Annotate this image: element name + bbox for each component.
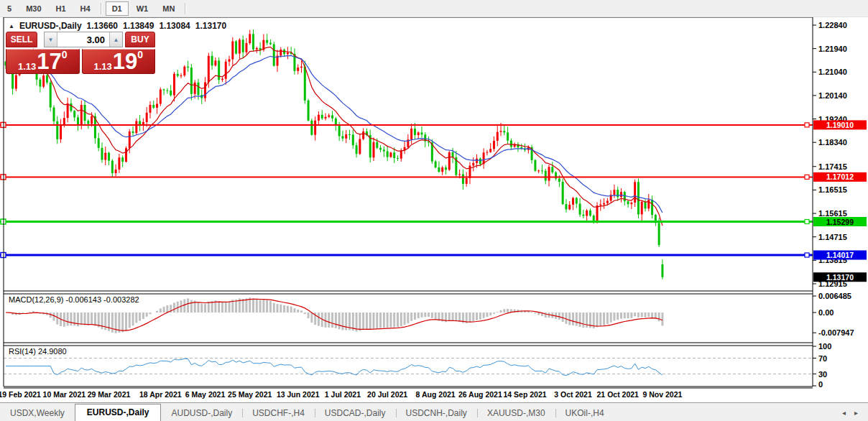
timeframe-button-5[interactable]: 5 [1, 1, 18, 16]
candle-body [593, 216, 595, 221]
timeframe-button-w1[interactable]: W1 [130, 1, 155, 16]
date-axis-label: 29 Mar 2021 [88, 390, 131, 399]
candle-body [129, 131, 131, 148]
volume-decrease-button[interactable]: ▼ [45, 32, 57, 47]
candle-body [645, 202, 647, 208]
candle-body [417, 132, 420, 135]
price-axis-label: 1.14715 [818, 233, 847, 241]
candle-body [537, 170, 540, 171]
tab-scroll-right-icon[interactable]: ▸ [854, 409, 858, 417]
date-axis-label: 18 Apr 2021 [139, 390, 182, 399]
candle-body [372, 142, 374, 157]
timeframe-button-h4[interactable]: H4 [74, 1, 97, 16]
candle-body [328, 115, 330, 116]
chart-tab-audusd-daily[interactable]: AUDUSD-,Daily [161, 405, 242, 421]
candle-body [620, 192, 622, 197]
chart-tab-usdcad-daily[interactable]: USDCAD-,Daily [315, 405, 396, 421]
candle-body [325, 117, 327, 119]
price-tag-label: 1.19010 [826, 121, 854, 129]
candle-body [121, 157, 124, 162]
chart-tab-usdchf-h4[interactable]: USDCHF-,H4 [242, 405, 315, 421]
buy-price-panel[interactable]: 1.13190 [82, 49, 156, 74]
candle-body [435, 162, 437, 167]
volume-increase-button[interactable]: ▲ [109, 32, 122, 47]
collapse-triangle-icon[interactable]: ▲ [9, 23, 14, 29]
timeframe-button-d1[interactable]: D1 [106, 1, 129, 16]
volume-field[interactable]: 3.00 [57, 32, 109, 47]
candle-body [77, 117, 79, 125]
candle-body [586, 210, 588, 216]
candle-body [479, 159, 481, 165]
buy-button[interactable]: BUY [125, 32, 155, 47]
candle-body [218, 60, 220, 80]
date-axis-label: 19 Feb 2021 [0, 390, 41, 399]
date-axis-label: 20 Jul 2021 [367, 390, 407, 399]
candle-body [507, 132, 509, 140]
candle-body [60, 126, 62, 139]
timeframe-toolbar: 5M30H1H4D1W1MN [0, 0, 868, 17]
timeframe-button-m30[interactable]: M30 [19, 1, 47, 16]
candle-body [493, 141, 495, 149]
candle-body [163, 90, 165, 91]
chart-tab-usdx-weekly[interactable]: USDX,Weekly [0, 405, 75, 421]
chart-canvas[interactable]: 1.228401.219401.210401.201401.192401.183… [0, 17, 868, 402]
candle-body [252, 34, 254, 49]
date-axis-label: 9 Nov 2021 [642, 390, 682, 399]
candle-body [397, 158, 399, 159]
chart-tab-usdcnh-daily[interactable]: USDCNH-,Daily [396, 405, 477, 421]
candle-body [603, 203, 605, 205]
candle-body [352, 134, 354, 145]
candle-body [211, 56, 213, 65]
candle-body [104, 153, 106, 160]
candle-body [562, 182, 564, 204]
candle-body [156, 104, 158, 108]
candle-body [617, 190, 619, 197]
candle-body [341, 137, 343, 139]
candle-body [50, 83, 52, 108]
candle-body [221, 79, 223, 80]
quote-low: 1.13084 [159, 21, 190, 31]
candle-body [348, 134, 351, 135]
candle-body [118, 157, 120, 170]
candle-body [56, 121, 58, 139]
candle-body [534, 160, 536, 171]
candle-body [400, 150, 402, 158]
sell-button[interactable]: SELL [6, 32, 37, 47]
chart-tab-eurusd-daily[interactable]: EURUSD-,Daily [75, 404, 162, 421]
candle-body [98, 138, 100, 147]
date-axis-label: 8 Aug 2021 [416, 390, 456, 399]
candle-body [146, 113, 148, 122]
candle-body [647, 200, 650, 208]
date-axis-label: 14 Sep 2021 [503, 390, 546, 399]
candle-body [596, 205, 599, 221]
price-tag-label: 1.15299 [826, 218, 854, 226]
sell-price-prefix: 1.13 [18, 61, 36, 72]
tab-scroll-left-icon[interactable]: ◂ [842, 409, 846, 417]
level-right-anchor [805, 220, 809, 224]
candle-body [39, 80, 41, 87]
buy-price-main: 19 [113, 52, 137, 72]
candle-body [582, 215, 584, 216]
sell-price-panel[interactable]: 1.13170 [6, 49, 80, 74]
candle-body [125, 148, 127, 162]
chart-tab-ukoil-h4[interactable]: UKOil-,H4 [555, 405, 614, 421]
candle-body [393, 152, 395, 158]
candle-body [256, 48, 258, 50]
chart-background [0, 17, 868, 402]
candle-body [84, 105, 86, 121]
chart-tab-xauusd-m30[interactable]: XAUUSD-,M30 [477, 405, 555, 421]
buy-price-prefix: 1.13 [93, 61, 111, 72]
timeframe-button-mn[interactable]: MN [156, 1, 181, 16]
macd-axis-label: -0.007947 [818, 328, 854, 337]
candle-body [548, 167, 550, 180]
timeframe-button-h1[interactable]: H1 [50, 1, 73, 16]
macd-axis-label: 0.00 [818, 308, 834, 317]
candle-body [458, 174, 461, 175]
arrow-down-icon: ▼ [48, 37, 54, 43]
candle-body [304, 67, 306, 101]
candle-body [576, 198, 578, 203]
candle-body [318, 115, 320, 121]
candle-body [558, 179, 560, 182]
candle-body [310, 121, 313, 135]
candle-body [132, 131, 134, 133]
